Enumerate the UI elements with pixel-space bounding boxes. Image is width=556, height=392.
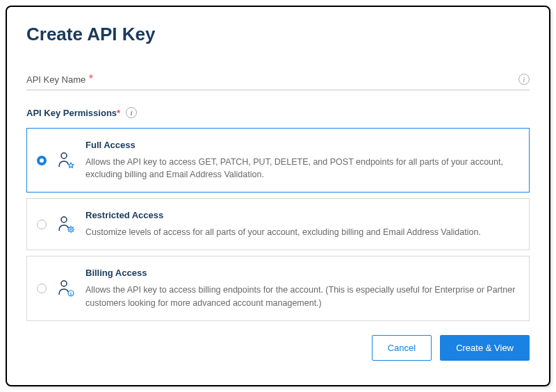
permission-description: Allows the API key to access GET, PATCH,… [85, 156, 516, 181]
person-gear-icon [56, 215, 76, 234]
dialog-footer: Cancel Create & View [26, 335, 530, 361]
cancel-button[interactable]: Cancel [372, 335, 432, 361]
permission-option-full-access[interactable]: Full Access Allows the API key to access… [26, 128, 530, 193]
create-view-button[interactable]: Create & View [440, 335, 530, 361]
api-key-name-field[interactable]: API Key Name * i [26, 73, 530, 90]
person-star-icon [56, 151, 76, 170]
info-icon[interactable]: i [518, 74, 530, 85]
svg-point-4 [61, 281, 67, 286]
permission-title: Billing Access [85, 268, 516, 278]
radio-full-access[interactable] [37, 156, 47, 165]
svg-point-2 [69, 227, 73, 231]
required-asterisk: * [117, 108, 120, 118]
person-dollar-icon: $ [56, 279, 76, 298]
radio-billing-access[interactable] [37, 284, 47, 293]
api-key-name-label: API Key Name [26, 74, 85, 85]
permission-description: Customize levels of access for all parts… [85, 226, 516, 238]
svg-point-3 [70, 229, 72, 230]
permission-option-restricted-access[interactable]: Restricted Access Customize levels of ac… [26, 198, 530, 250]
svg-point-1 [61, 217, 67, 222]
permission-description: Allows the API key to access billing end… [85, 284, 516, 309]
permission-title: Full Access [85, 140, 516, 150]
permission-option-billing-access[interactable]: $ Billing Access Allows the API key to a… [26, 256, 530, 320]
svg-point-0 [61, 153, 67, 158]
permission-title: Restricted Access [85, 210, 516, 220]
info-icon[interactable]: i [126, 107, 137, 118]
required-asterisk: * [89, 73, 93, 85]
radio-restricted-access[interactable] [37, 220, 47, 229]
permissions-section-label: API Key Permissions* i [26, 107, 530, 118]
create-api-key-dialog: Create API Key API Key Name * i API Key … [6, 6, 550, 386]
page-title: Create API Key [26, 24, 530, 45]
